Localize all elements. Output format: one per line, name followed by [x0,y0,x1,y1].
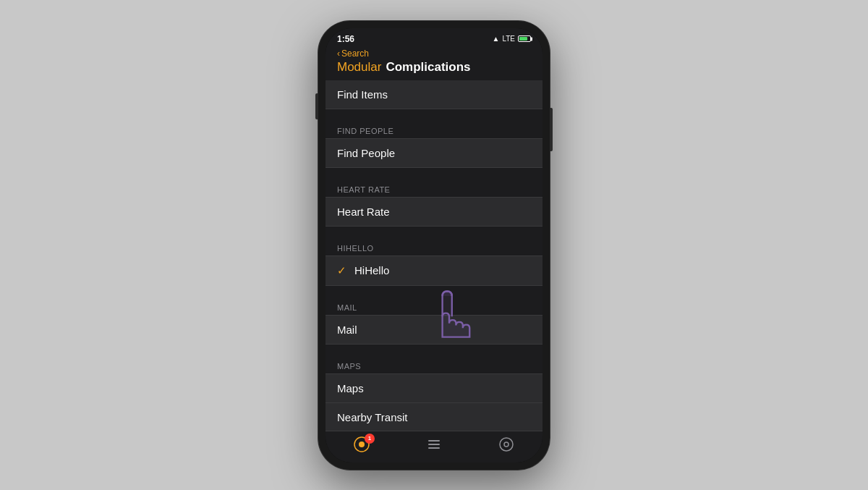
find-people-item[interactable]: Find People [326,139,542,167]
mail-header: MAIL [326,297,542,315]
nav-bar: ‹ Search Modular Complications [326,47,542,80]
heart-rate-item[interactable]: Heart Rate [326,198,542,226]
apps-tab-icon: 1 [353,436,370,457]
signal-icon: ▲ [492,35,499,43]
back-link[interactable]: ‹ Search [337,48,531,59]
status-icons: ▲ LTE [492,35,531,43]
svg-point-5 [500,438,513,451]
network-label: LTE [502,35,515,43]
discover-tab-icon [498,436,515,457]
mail-item[interactable]: Mail [326,316,542,344]
maps-section: MAPS Maps Nearby Transit [326,356,542,431]
nav-title: Modular Complications [337,60,531,75]
maps-label: Maps [337,382,364,394]
page-title: Complications [386,60,470,75]
svg-rect-3 [428,444,440,445]
status-bar: 1:56 ▲ LTE [326,28,542,47]
scroll-content[interactable]: Find Items FIND PEOPLE Find People [326,80,542,431]
maps-item[interactable]: Maps [326,374,542,403]
svg-rect-4 [428,447,440,449]
tab-discover[interactable] [498,436,515,457]
screen-content: 1:56 ▲ LTE ‹ Search [326,28,542,462]
hihello-item[interactable]: ✓ HiHello [326,256,542,285]
hihello-section: HIHELLO ✓ HiHello [326,238,542,286]
tab-list[interactable] [425,436,443,457]
find-items-label: Find Items [337,88,388,101]
gap-5 [326,345,542,356]
gap-3 [326,227,542,238]
battery-body [518,35,531,42]
parent-nav-label: Modular [337,60,381,75]
maps-items: Maps Nearby Transit [326,373,542,431]
heart-rate-items: Heart Rate [326,197,542,227]
phone-screen: 1:56 ▲ LTE ‹ Search [326,28,542,462]
find-people-items: Find People [326,138,542,168]
heart-rate-section: HEART RATE Heart Rate [326,179,542,227]
find-people-label: Find People [337,147,395,159]
heart-rate-header: HEART RATE [326,179,542,197]
heart-rate-label: Heart Rate [337,206,390,218]
svg-point-1 [359,442,365,447]
status-time: 1:56 [337,34,354,44]
tab-bar: 1 [326,431,542,462]
find-items-section: Find Items [326,80,542,109]
nearby-transit-label: Nearby Transit [337,411,408,423]
svg-point-6 [504,442,509,447]
maps-header: MAPS [326,356,542,373]
hihello-label: HiHello [354,264,389,276]
mail-label: Mail [337,324,357,336]
list-tab-icon [425,436,443,457]
apps-badge: 1 [365,434,375,444]
battery-icon [518,35,531,42]
find-items-item[interactable]: Find Items [326,80,542,109]
hihello-header: HIHELLO [326,238,542,255]
back-label: Search [341,48,369,59]
find-people-section: FIND PEOPLE Find People [326,121,542,168]
tab-apps[interactable]: 1 [353,436,370,457]
gap-1 [326,109,542,121]
battery-fill [519,37,527,41]
mail-items: Mail [326,315,542,345]
find-people-header: FIND PEOPLE [326,121,542,138]
gap-4 [326,286,542,297]
svg-rect-2 [428,440,440,442]
back-chevron-icon: ‹ [337,48,340,59]
phone-device: 1:56 ▲ LTE ‹ Search [318,21,550,470]
hihello-items: ✓ HiHello [326,255,542,286]
checkmark-icon: ✓ [337,264,349,277]
nearby-transit-item[interactable]: Nearby Transit [326,403,542,431]
gap-2 [326,168,542,179]
mail-section: MAIL Mail [326,297,542,345]
